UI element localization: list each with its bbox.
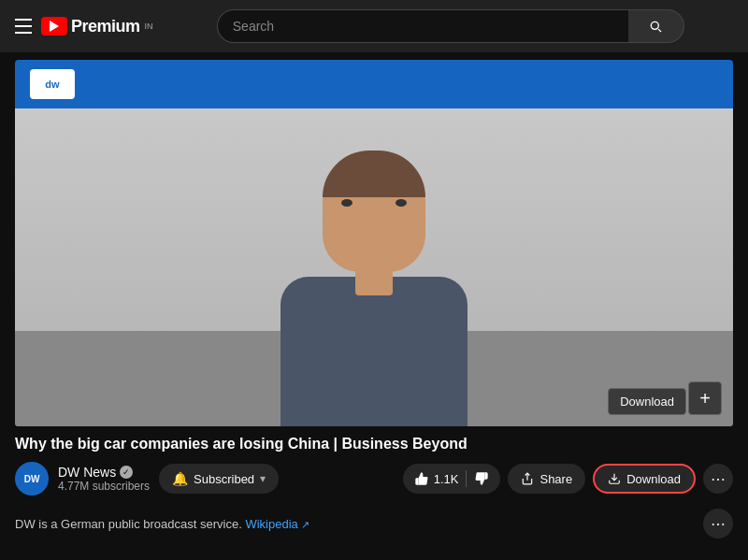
video-info: Why the big car companies are losing Chi…	[15, 426, 733, 503]
description-content: DW is a German public broadcast service.	[15, 517, 242, 531]
more-options-button[interactable]: ⋯	[703, 464, 733, 494]
channel-left: DW DW News ✓ 4.77M subscribers 🔔 Subscri…	[15, 462, 279, 495]
youtube-icon	[41, 17, 67, 36]
channel-top-bar: dw	[15, 60, 733, 108]
video-thumbnail[interactable]: Download +	[15, 108, 733, 426]
dislike-button[interactable]	[474, 471, 489, 486]
channel-row: DW DW News ✓ 4.77M subscribers 🔔 Subscri…	[15, 462, 733, 495]
subscribe-button[interactable]: 🔔 Subscribed ▾	[159, 464, 279, 494]
description-text: DW is a German public broadcast service.…	[15, 517, 309, 531]
channel-info: DW News ✓ 4.77M subscribers	[58, 465, 150, 493]
external-link-icon: ↗	[301, 519, 309, 530]
like-divider	[466, 470, 467, 487]
header-left: PremiumIN	[15, 17, 153, 36]
verified-icon: ✓	[120, 466, 133, 479]
channel-name-row: DW News ✓	[58, 465, 150, 480]
search-bar	[217, 9, 684, 43]
video-container: dw Download +	[15, 60, 733, 426]
avatar[interactable]: DW	[15, 462, 49, 495]
subscribe-label: Subscribed	[194, 472, 254, 486]
youtube-brand-text: Premium	[71, 17, 140, 36]
description-more-button[interactable]: ⋯	[703, 509, 733, 538]
header: PremiumIN	[0, 0, 748, 52]
search-icon	[648, 19, 663, 34]
more-icon: ⋯	[711, 470, 726, 488]
share-label: Share	[539, 472, 572, 486]
download-label: Download	[626, 472, 681, 486]
thumbs-down-icon	[474, 471, 489, 486]
download-icon	[608, 472, 621, 485]
share-icon	[521, 472, 534, 485]
wikipedia-link[interactable]: Wikipedia	[245, 517, 297, 531]
search-input[interactable]	[217, 9, 628, 43]
bell-icon: 🔔	[172, 471, 188, 486]
dw-channel-logo: dw	[30, 69, 75, 99]
channel-name: DW News	[58, 465, 116, 480]
video-content	[15, 108, 733, 426]
share-button[interactable]: Share	[508, 464, 585, 494]
video-title: Why the big car companies are losing Chi…	[15, 434, 733, 454]
download-button[interactable]: Download	[593, 464, 696, 494]
like-dislike-group: 1.1K	[403, 464, 501, 494]
like-count: 1.1K	[434, 472, 459, 486]
hamburger-button[interactable]	[15, 19, 32, 34]
description-more-icon: ⋯	[711, 515, 726, 533]
subscriber-count: 4.77M subscribers	[58, 480, 150, 493]
youtube-logo: PremiumIN	[41, 17, 153, 36]
youtube-region: IN	[145, 22, 153, 31]
action-row: 1.1K Share	[403, 464, 733, 494]
search-button[interactable]	[628, 9, 684, 43]
video-plus-button[interactable]: +	[688, 381, 722, 415]
description-row: DW is a German public broadcast service.…	[15, 503, 733, 538]
chevron-down-icon: ▾	[260, 472, 266, 485]
thumbs-up-icon	[414, 471, 429, 486]
like-button[interactable]: 1.1K	[414, 471, 459, 486]
main-content: dw Download + Why	[0, 52, 748, 538]
video-download-overlay-button[interactable]: Download	[608, 388, 686, 415]
